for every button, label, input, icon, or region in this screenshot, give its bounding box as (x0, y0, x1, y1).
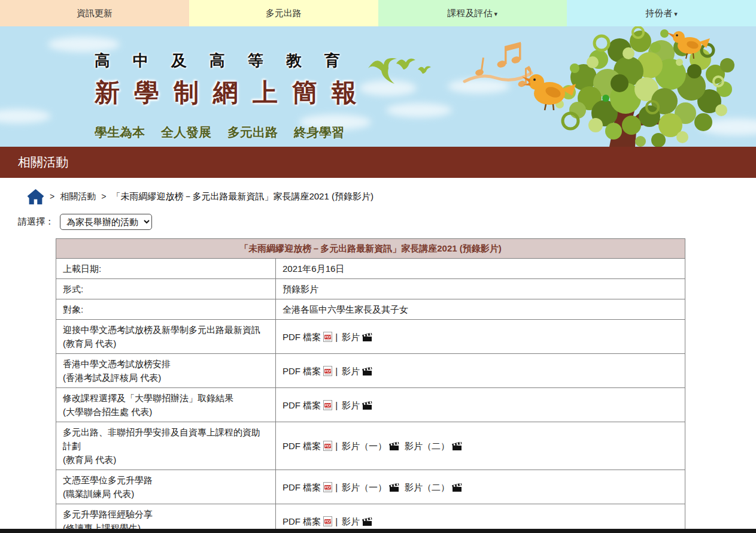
link-label: PDF 檔案 (283, 332, 321, 342)
video-link[interactable]: 影片（一） (342, 441, 401, 451)
banner-main-title: 新學制網上簡報 (95, 76, 371, 110)
nav-tab-3[interactable]: 課程及評估▾ (378, 0, 567, 26)
link-label: PDF 檔案 (283, 366, 321, 376)
link-separator: | (335, 516, 338, 526)
session-links-cell: PDF 檔案|影片（一）影片（二） (276, 422, 685, 470)
session-links-cell: PDF 檔案|影片（一）影片（二） (276, 470, 685, 504)
video-link[interactable]: 影片（二） (405, 482, 464, 492)
session-topic: 迎接中學文憑考試放榜及新學制多元出路最新資訊 (63, 323, 269, 337)
session-presenter: (香港考試及評核局 代表) (63, 371, 269, 384)
link-label: 影片（二） (405, 441, 450, 451)
video-icon (362, 517, 374, 526)
music-notes-icon (464, 42, 532, 88)
video-icon (389, 442, 401, 451)
link-label: PDF 檔案 (283, 482, 321, 492)
video-link[interactable]: 影片（一） (342, 482, 401, 492)
chevron-down-icon: ▾ (494, 11, 498, 17)
nav-tab-2[interactable]: 多元出路 (189, 0, 378, 26)
nav-tab-label: 多元出路 (266, 8, 302, 19)
link-label: 影片 (342, 400, 360, 410)
link-label: PDF 檔案 (283, 400, 321, 410)
table-row: 多元出路、非聯招升學安排及自資專上課程的資助計劃(教育局 代表)PDF 檔案|影… (56, 422, 685, 470)
session-presenter: (職業訓練局 代表) (63, 487, 269, 501)
chevron-down-icon: ▾ (674, 11, 678, 17)
nav-tab-label: 持份者 (645, 8, 672, 19)
video-link[interactable]: 影片 (342, 516, 374, 526)
filter-label: 請選擇： (18, 216, 54, 228)
nav-tab-4[interactable]: 持份者▾ (567, 0, 756, 26)
bottom-strip (0, 529, 756, 533)
link-label: 影片（二） (405, 482, 450, 492)
video-link[interactable]: 影片（二） (405, 441, 464, 451)
session-topic: 文憑至學位多元升學路 (63, 473, 269, 487)
session-presenter: (教育局 代表) (63, 453, 269, 467)
banner-slogan: 學生為本 (95, 124, 145, 141)
banner-slogans: 學生為本全人發展多元出路終身學習 (95, 124, 371, 141)
video-icon (362, 367, 374, 376)
orange-bird-icon (522, 74, 576, 110)
table-row: 修改課程選擇及「大學聯招辦法」取錄結果(大學聯合招生處 代表)PDF 檔案|影片 (56, 388, 685, 422)
nav-tab-1[interactable]: 資訊更新 (0, 0, 189, 26)
link-label: 影片（一） (342, 482, 387, 492)
video-icon (452, 442, 464, 451)
table-row: 迎接中學文憑考試放榜及新學制多元出路最新資訊(教育局 代表)PDF 檔案|影片 (56, 320, 685, 354)
home-icon[interactable] (27, 189, 44, 205)
breadcrumb-link[interactable]: 相關活動 (60, 191, 96, 202)
breadcrumb-current-page: 「未雨綢繆迎放榜－多元出路最新資訊」家長講座2021 (預錄影片) (111, 191, 374, 202)
session-presenter: (教育局 代表) (63, 337, 269, 350)
link-label: 影片 (342, 332, 360, 342)
tree-canopy (555, 27, 734, 147)
link-separator: | (335, 400, 338, 410)
link-separator: | (335, 482, 338, 492)
tree-trunk (603, 81, 675, 147)
orange-bird-icon-2 (667, 31, 710, 59)
pdf-link[interactable]: PDF 檔案 (283, 332, 332, 342)
link-label: 影片（一） (342, 441, 387, 451)
pdf-link[interactable]: PDF 檔案 (283, 482, 332, 492)
event-table-body: 上載日期:2021年6月16日形式:預錄影片對象:全港各區中六學生家長及其子女迎… (56, 259, 685, 533)
activity-select[interactable]: 為家長舉辦的活動 (60, 214, 152, 230)
banner-slogan: 終身學習 (294, 124, 344, 141)
activity-filter: 請選擇： 為家長舉辦的活動 (18, 214, 756, 230)
event-table: 「未雨綢繆迎放榜－多元出路最新資訊」家長講座2021 (預錄影片) 上載日期:2… (56, 238, 685, 533)
video-link[interactable]: 影片 (342, 400, 374, 410)
breadcrumb-separator: > (101, 192, 106, 201)
session-topic: 香港中學文憑考試放榜安排 (63, 357, 269, 371)
pdf-link[interactable]: PDF 檔案 (283, 400, 332, 410)
nav-tab-label: 課程及評估 (448, 8, 493, 19)
pdf-link[interactable]: PDF 檔案 (283, 516, 332, 526)
link-separator: | (335, 441, 338, 451)
session-links-cell: PDF 檔案|影片 (276, 320, 685, 354)
info-label: 形式: (56, 279, 276, 299)
link-separator: | (335, 332, 338, 342)
table-row: 香港中學文憑考試放榜安排(香港考試及評核局 代表)PDF 檔案|影片 (56, 354, 685, 388)
session-topic-cell: 文憑至學位多元升學路(職業訓練局 代表) (56, 470, 276, 504)
banner-text-block: 高中及高等教育 新學制網上簡報 學生為本全人發展多元出路終身學習 (95, 50, 371, 141)
video-link[interactable]: 影片 (342, 366, 374, 376)
pdf-icon (323, 441, 332, 451)
session-topic: 多元升學路徑經驗分享 (63, 507, 269, 521)
session-topic-cell: 香港中學文憑考試放榜安排(香港考試及評核局 代表) (56, 354, 276, 388)
table-row: 形式:預錄影片 (56, 279, 685, 299)
pdf-link[interactable]: PDF 檔案 (283, 441, 332, 451)
table-row: 對象:全港各區中六學生家長及其子女 (56, 299, 685, 320)
session-links-cell: PDF 檔案|影片 (276, 388, 685, 422)
green-birds-icon (368, 58, 431, 84)
info-value: 全港各區中六學生家長及其子女 (276, 299, 685, 320)
breadcrumb: >相關活動>「未雨綢繆迎放榜－多元出路最新資訊」家長講座2021 (預錄影片) (0, 178, 756, 207)
session-presenter: (大學聯合招生處 代表) (63, 405, 269, 419)
event-table-title: 「未雨綢繆迎放榜－多元出路最新資訊」家長講座2021 (預錄影片) (56, 239, 685, 259)
banner-slogan: 多元出路 (227, 124, 278, 141)
info-label: 上載日期: (56, 259, 276, 279)
table-row: 上載日期:2021年6月16日 (56, 259, 685, 279)
top-nav: 資訊更新多元出路課程及評估▾持份者▾ (0, 0, 756, 26)
pdf-link[interactable]: PDF 檔案 (283, 366, 332, 376)
site-banner: 高中及高等教育 新學制網上簡報 學生為本全人發展多元出路終身學習 (0, 26, 756, 147)
table-row: 文憑至學位多元升學路(職業訓練局 代表)PDF 檔案|影片（一）影片（二） (56, 470, 685, 504)
video-link[interactable]: 影片 (342, 332, 374, 342)
nav-tab-label: 資訊更新 (77, 8, 113, 19)
link-separator: | (335, 366, 338, 376)
pdf-icon (323, 400, 332, 410)
pdf-icon (323, 516, 332, 526)
table-title-row: 「未雨綢繆迎放榜－多元出路最新資訊」家長講座2021 (預錄影片) (56, 239, 685, 259)
